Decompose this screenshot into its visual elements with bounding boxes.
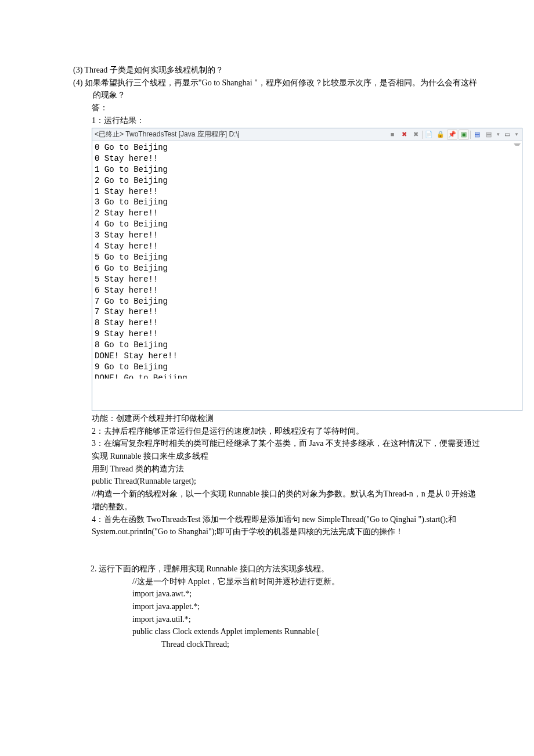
console-window: <已终止> TwoThreadsTest [Java 应用程序] D:\j ■ … [92, 128, 522, 411]
console-line: 9 Go to Beijing [95, 362, 519, 373]
console-line: 0 Stay here!! [95, 153, 519, 164]
minimize-icon[interactable]: ▭ [502, 129, 513, 140]
console-line: 8 Stay here!! [95, 318, 519, 329]
console-line: 1 Stay here!! [95, 186, 519, 197]
console-toolbar: ■ ✖ ✖ 📄 🔒 📌 ▣ ▤ ▤ ▼ ▭ ▼ [387, 129, 519, 140]
question-4: (4) 如果希望执行三个线程，再显示"Go to Shanghai "，程序如何… [52, 77, 482, 102]
console-line: DONE! Stay here!! [95, 351, 519, 362]
answer-3: 3：在编写复杂程序时相关的类可能已经继承了某个基类，而 Java 不支持多继承，… [92, 437, 482, 462]
pin-icon[interactable]: 📌 [447, 129, 457, 140]
console-line: 7 Go to Beijing [95, 296, 519, 307]
code-line: import java.util.*; [132, 613, 482, 626]
lock-scroll-icon[interactable]: 🔒 [435, 129, 446, 140]
question-3: (3) Thread 子类是如何实现多线程机制的？ [52, 64, 482, 77]
question-2-title: 2. 运行下面的程序，理解用实现 Runnable 接口的方法实现多线程。 [52, 538, 482, 575]
chevron-down-icon[interactable]: ▼ [514, 131, 519, 138]
answer-4: 4：首先在函数 TwoThreadsTest 添加一个线程即是添加语句 new … [92, 513, 482, 538]
console-line: 2 Go to Beijing [95, 175, 519, 186]
console-title: <已终止> TwoThreadsTest [Java 应用程序] D:\j [95, 129, 239, 140]
console-line: 5 Go to Beijing [95, 252, 519, 263]
console-header: <已终止> TwoThreadsTest [Java 应用程序] D:\j ■ … [92, 128, 522, 141]
console-line: 0 Go to Beijing [95, 142, 519, 153]
answer-2: 2：去掉后程序能够正常运行但是运行的速度加快，即线程没有了等待时间。 [92, 425, 482, 438]
function-desc: 功能：创建两个线程并打印做检测 [92, 412, 482, 425]
code-block: //这是一个时钟 Applet，它显示当前时间并逐秒进行更新。import ja… [52, 575, 482, 651]
answer-3-code: public Thread(Runnable target); [92, 475, 482, 488]
separator-icon [422, 131, 423, 139]
clear-icon[interactable]: 📄 [424, 129, 434, 140]
open-console-icon[interactable]: ▤ [472, 129, 482, 140]
console-output: 0 Go to Beijing0 Stay here!!1 Go to Beij… [92, 141, 522, 411]
code-line: import java.applet.*; [132, 600, 482, 613]
console-line: 3 Stay here!! [95, 230, 519, 241]
separator-icon [470, 131, 471, 139]
answer-label: 答： [52, 102, 482, 114]
console-line: 7 Stay here!! [95, 307, 519, 318]
console-line: 1 Go to Beijing [95, 164, 519, 175]
console-line: 9 Stay here!! [95, 329, 519, 340]
chevron-down-icon[interactable]: ▼ [495, 131, 501, 138]
terminate-icon[interactable]: ■ [387, 129, 398, 140]
console-line: 3 Go to Beijing [95, 197, 519, 208]
dropdown-icon[interactable]: ▤ [484, 129, 494, 140]
console-line: 4 Stay here!! [95, 241, 519, 252]
console-line: 4 Go to Beijing [95, 219, 519, 230]
console-line: 6 Go to Beijing [95, 263, 519, 274]
remove-icon[interactable]: ✖ [410, 129, 421, 140]
console-line: DONE! Go to Beijing [95, 373, 519, 379]
code-line: //这是一个时钟 Applet，它显示当前时间并逐秒进行更新。 [132, 575, 482, 588]
question-4-text: (4) 如果希望执行三个线程，再显示"Go to Shanghai "，程序如何… [73, 78, 477, 100]
console-line: 2 Stay here!! [95, 208, 519, 219]
scroll-up-icon[interactable] [514, 143, 521, 149]
answer-3-comment: //构造一个新的线程对象，以一个实现 Runnable 接口的类的对象为参数。默… [92, 488, 482, 513]
code-line: Thread clockThread; [132, 638, 482, 651]
code-line: public class Clock extends Applet implem… [132, 625, 482, 638]
console-line: 8 Go to Beijing [95, 340, 519, 351]
answer-1-title: 1：运行结果： [52, 114, 482, 127]
console-line: 5 Stay here!! [95, 274, 519, 285]
remove-all-icon[interactable]: ✖ [399, 129, 409, 140]
display-icon[interactable]: ▣ [459, 129, 469, 140]
answer-3b: 用到 Thread 类的构造方法 [92, 463, 482, 476]
code-line: import java.awt.*; [132, 588, 482, 600]
console-line: 6 Stay here!! [95, 285, 519, 296]
